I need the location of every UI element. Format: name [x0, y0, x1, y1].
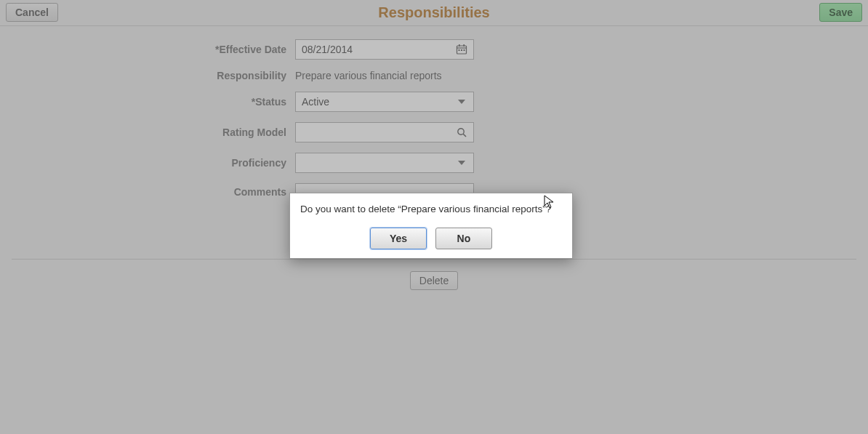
dialog-yes-button[interactable]: Yes [370, 228, 427, 249]
dialog-no-button[interactable]: No [435, 228, 492, 249]
confirm-dialog: Do you want to delete “Prepare various f… [289, 193, 573, 259]
page-root: Cancel Responsibilities Save *Effective … [0, 0, 868, 434]
dialog-buttons: Yes No [297, 228, 565, 249]
dialog-message: Do you want to delete “Prepare various f… [297, 204, 565, 214]
